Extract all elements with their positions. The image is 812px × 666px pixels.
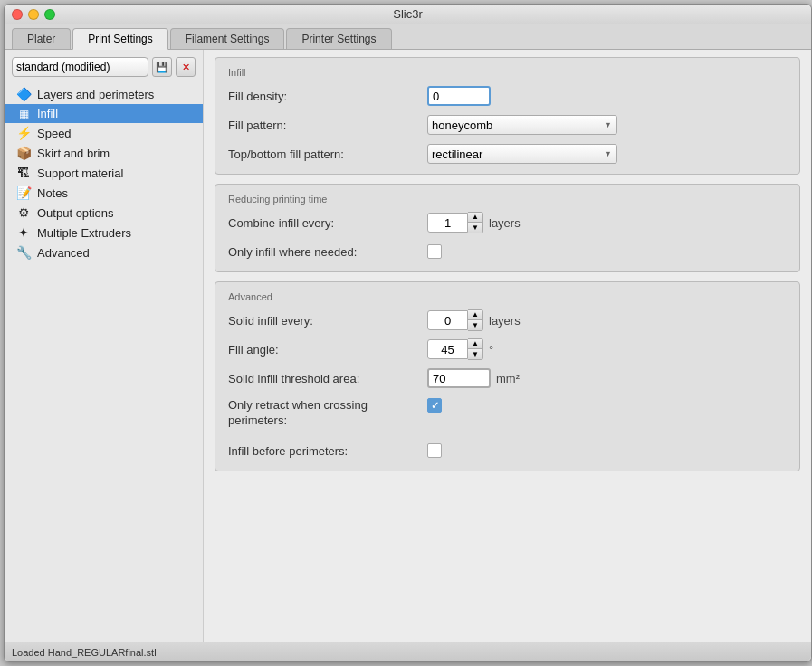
combine-infill-input[interactable] (427, 213, 468, 233)
only-infill-where-needed-label: Only infill where needed: (228, 245, 427, 259)
advanced-icon: 🔧 (15, 245, 32, 260)
tab-print-settings[interactable]: Print Settings (72, 28, 167, 50)
top-bottom-fill-pattern-control: rectilinear concentric (427, 144, 617, 164)
advanced-settings-section: Advanced Solid infill every: ▲ ▼ layers (215, 281, 800, 471)
main-window: Slic3r Plater Print Settings Filament Se… (4, 4, 812, 662)
solid-infill-every-spinner-buttons: ▲ ▼ (468, 309, 483, 331)
fill-pattern-row: Fill pattern: honeycomb rectilinear line… (228, 114, 787, 136)
window-controls (12, 9, 55, 20)
notes-icon: 📝 (15, 186, 32, 200)
infill-icon: ▦ (15, 108, 32, 120)
sidebar-item-infill[interactable]: ▦ Infill (5, 104, 203, 123)
only-retract-checkbox[interactable] (427, 398, 442, 413)
sidebar-item-advanced[interactable]: 🔧 Advanced (5, 243, 203, 262)
titlebar: Slic3r (5, 5, 811, 24)
combine-infill-unit: layers (489, 216, 521, 230)
sidebar-label-support-material: Support material (37, 166, 123, 180)
infill-before-perimeters-checkbox[interactable] (427, 443, 442, 458)
sidebar-item-support-material[interactable]: 🏗 Support material (5, 163, 203, 183)
extruders-icon: ✦ (15, 225, 32, 240)
fill-pattern-label: Fill pattern: (228, 119, 427, 132)
sidebar-label-notes: Notes (37, 186, 68, 200)
sidebar-item-output-options[interactable]: ⚙ Output options (5, 203, 203, 223)
solid-infill-every-label: Solid infill every: (228, 314, 427, 328)
fill-pattern-select[interactable]: honeycomb rectilinear line concentric (427, 115, 617, 135)
sidebar-label-output-options: Output options (37, 206, 114, 220)
only-retract-control (427, 396, 442, 413)
preset-save-button[interactable]: 💾 (152, 57, 172, 77)
content-panel: Infill Fill density: Fill pattern: honey… (204, 50, 811, 642)
solid-infill-threshold-area-input[interactable] (427, 368, 491, 388)
combine-infill-down-button[interactable]: ▼ (468, 223, 482, 233)
speed-icon: ⚡ (15, 126, 32, 140)
solid-infill-every-input[interactable] (427, 310, 468, 330)
preset-row: standard (modified) 💾 ✕ (5, 53, 203, 81)
fill-angle-down-button[interactable]: ▼ (468, 349, 482, 359)
sidebar-item-multiple-extruders[interactable]: ✦ Multiple Extruders (5, 223, 203, 243)
top-bottom-fill-pattern-select[interactable]: rectilinear concentric (427, 144, 617, 164)
fill-angle-label: Fill angle: (228, 343, 427, 357)
fill-pattern-select-wrapper: honeycomb rectilinear line concentric (427, 115, 617, 135)
preset-select[interactable]: standard (modified) (12, 57, 148, 77)
top-bottom-fill-pattern-select-wrapper: rectilinear concentric (427, 144, 617, 164)
fill-angle-up-button[interactable]: ▲ (468, 339, 482, 349)
only-retract-label: Only retract when crossing perimeters: (228, 396, 427, 429)
solid-infill-threshold-area-unit: mm² (496, 372, 520, 385)
top-bottom-fill-pattern-row: Top/bottom fill pattern: rectilinear con… (228, 143, 787, 165)
combine-infill-control: ▲ ▼ layers (427, 212, 521, 233)
infill-before-perimeters-label: Infill before perimeters: (228, 444, 427, 458)
fill-pattern-control: honeycomb rectilinear line concentric (427, 115, 617, 135)
fill-angle-spinner: ▲ ▼ (427, 338, 483, 360)
skirt-icon: 📦 (15, 146, 32, 160)
advanced-section-title: Advanced (228, 291, 787, 302)
sidebar-item-layers-and-perimeters[interactable]: 🔷 Layers and perimeters (5, 84, 203, 104)
combine-infill-label: Combine infill every: (228, 216, 427, 230)
fill-angle-input[interactable] (427, 339, 468, 359)
sidebar: standard (modified) 💾 ✕ 🔷 Layers and per… (5, 50, 204, 642)
sidebar-label-layers-and-perimeters: Layers and perimeters (37, 88, 154, 101)
fill-density-input[interactable] (427, 86, 491, 106)
close-button[interactable] (12, 9, 23, 20)
sidebar-item-skirt-and-brim[interactable]: 📦 Skirt and brim (5, 143, 203, 163)
combine-infill-spinner-buttons: ▲ ▼ (468, 212, 483, 233)
minimize-button[interactable] (28, 9, 39, 20)
tab-printer-settings[interactable]: Printer Settings (286, 28, 391, 49)
tabbar: Plater Print Settings Filament Settings … (5, 24, 811, 50)
combine-infill-row: Combine infill every: ▲ ▼ layers (228, 212, 787, 233)
reducing-section-title: Reducing printing time (228, 194, 787, 205)
window-title: Slic3r (393, 7, 423, 21)
fill-angle-row: Fill angle: ▲ ▼ ° (228, 338, 787, 360)
top-bottom-fill-pattern-label: Top/bottom fill pattern: (228, 147, 427, 161)
infill-section-title: Infill (228, 67, 787, 78)
sidebar-label-advanced: Advanced (37, 246, 90, 260)
only-infill-where-needed-control (427, 244, 442, 259)
fill-density-row: Fill density: (228, 85, 787, 107)
sidebar-item-notes[interactable]: 📝 Notes (5, 183, 203, 203)
solid-infill-every-up-button[interactable]: ▲ (468, 310, 482, 320)
preset-delete-button[interactable]: ✕ (176, 57, 196, 77)
sidebar-label-speed: Speed (37, 127, 72, 140)
solid-infill-every-down-button[interactable]: ▼ (468, 320, 482, 330)
combine-infill-up-button[interactable]: ▲ (468, 213, 482, 223)
only-infill-where-needed-checkbox[interactable] (427, 244, 442, 259)
maximize-button[interactable] (44, 9, 55, 20)
sidebar-label-skirt-and-brim: Skirt and brim (37, 147, 110, 160)
infill-section: Infill Fill density: Fill pattern: honey… (215, 57, 800, 175)
sidebar-label-infill: Infill (37, 107, 58, 120)
fill-density-label: Fill density: (228, 90, 427, 103)
layers-icon: 🔷 (15, 87, 32, 101)
main-area: standard (modified) 💾 ✕ 🔷 Layers and per… (5, 50, 811, 642)
sidebar-item-speed[interactable]: ⚡ Speed (5, 123, 203, 143)
reducing-section: Reducing printing time Combine infill ev… (215, 184, 800, 272)
output-icon: ⚙ (15, 205, 32, 220)
fill-density-control (427, 86, 491, 106)
fill-angle-spinner-buttons: ▲ ▼ (468, 338, 483, 360)
fill-angle-unit: ° (489, 343, 493, 357)
solid-infill-threshold-area-control: mm² (427, 368, 520, 388)
solid-infill-every-spinner: ▲ ▼ (427, 309, 483, 331)
tab-plater[interactable]: Plater (12, 28, 71, 49)
solid-infill-every-unit: layers (489, 314, 521, 328)
statusbar: Loaded Hand_REGULARfinal.stl (5, 642, 811, 661)
tab-filament-settings[interactable]: Filament Settings (170, 28, 285, 49)
solid-infill-every-control: ▲ ▼ layers (427, 309, 521, 331)
